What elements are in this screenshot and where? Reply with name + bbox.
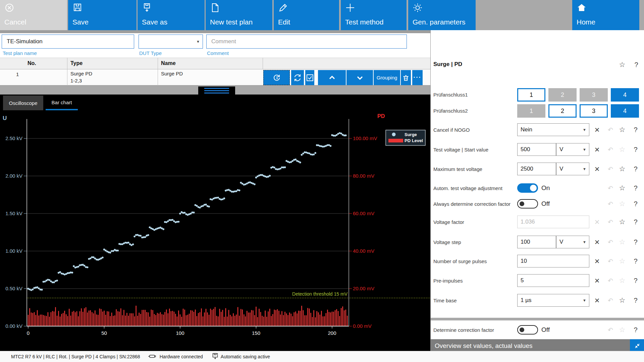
- param-label: Voltage step: [433, 236, 461, 248]
- undo-icon[interactable]: ↶: [605, 218, 615, 226]
- clear-icon[interactable]: ×: [592, 276, 602, 285]
- undo-icon[interactable]: ↶: [605, 184, 615, 192]
- toolbar-button-home[interactable]: Home: [572, 0, 639, 30]
- toolbar-button-label: Save as: [142, 18, 167, 26]
- undo-icon[interactable]: ↶: [605, 257, 615, 265]
- chevron-down-icon: ▼: [583, 240, 586, 244]
- pruefanschluss2-option-1[interactable]: 1: [517, 104, 545, 118]
- favorite-star-icon[interactable]: ☆: [617, 218, 627, 226]
- help-icon[interactable]: ?: [631, 325, 641, 334]
- help-icon[interactable]: ?: [631, 238, 641, 246]
- toolbar-button-new-test-plan[interactable]: New test plan: [206, 0, 272, 30]
- voltage-factor-input[interactable]: 1.036: [517, 216, 589, 228]
- action-more-button[interactable]: ···: [412, 70, 423, 85]
- undo-icon[interactable]: ↶: [605, 296, 615, 305]
- action-checkbox-button[interactable]: [305, 70, 314, 85]
- toolbar-button-gen-parameters[interactable]: Gen. parameters: [408, 0, 476, 30]
- help-icon[interactable]: ?: [631, 218, 641, 226]
- help-icon[interactable]: ?: [631, 165, 641, 173]
- clear-icon[interactable]: ×: [592, 125, 602, 134]
- voltage-step-input[interactable]: 100: [517, 236, 556, 248]
- action-repeat-once-button[interactable]: 1: [263, 70, 290, 85]
- test-voltage-start-input[interactable]: 500: [517, 143, 556, 156]
- favorite-star-icon[interactable]: ☆: [617, 257, 627, 265]
- undo-icon[interactable]: ↶: [605, 145, 615, 154]
- toolbar-button-save-as[interactable]: Save as: [138, 0, 205, 30]
- pruefanschluss1-option-1[interactable]: 1: [517, 88, 545, 102]
- floppy-down-icon: [142, 3, 152, 13]
- favorite-star-icon[interactable]: ☆: [617, 276, 627, 285]
- number-of-surge-pulses-input[interactable]: 10: [517, 255, 589, 267]
- favorite-star-icon[interactable]: ☆: [617, 325, 627, 334]
- pruefanschluss1-option-4[interactable]: 4: [611, 88, 639, 102]
- undo-icon[interactable]: ↶: [605, 276, 615, 285]
- favorite-star-icon[interactable]: ☆: [617, 184, 627, 192]
- collapse-icon[interactable]: [630, 339, 644, 353]
- help-icon[interactable]: ?: [631, 145, 641, 154]
- clear-icon[interactable]: ×: [592, 218, 602, 226]
- toolbar-button-cancel[interactable]: Cancel: [0, 0, 67, 30]
- favorite-star-icon[interactable]: ☆: [617, 145, 627, 154]
- favorite-star-icon[interactable]: ☆: [617, 199, 627, 208]
- voltage-step-unit-select[interactable]: V▼: [556, 236, 589, 248]
- pre-impulses-input[interactable]: 5: [517, 274, 589, 287]
- pruefanschluss1-option-2[interactable]: 2: [548, 88, 577, 102]
- maximum-test-voltage-unit-select[interactable]: V▼: [556, 163, 589, 175]
- cancel-if-nogo-select[interactable]: Nein▼: [517, 123, 589, 136]
- dut-type-select[interactable]: ▼: [139, 35, 203, 49]
- action-sync-button[interactable]: [291, 70, 304, 85]
- help-icon[interactable]: ?: [631, 257, 641, 265]
- action-delete-button[interactable]: [401, 70, 411, 85]
- comment-field[interactable]: [206, 35, 407, 49]
- pruefanschluss2-option-4[interactable]: 4: [611, 104, 639, 118]
- pruefanschluss2-option-2[interactable]: 2: [548, 104, 577, 118]
- pruefanschluss1-option-3[interactable]: 3: [580, 88, 608, 102]
- clear-icon[interactable]: ×: [592, 257, 602, 265]
- favorite-star-icon[interactable]: ☆: [617, 296, 627, 305]
- undo-icon[interactable]: ↶: [605, 199, 615, 208]
- time-base-select[interactable]: 1 µs▼: [517, 294, 589, 307]
- favorite-star-icon[interactable]: ☆: [617, 165, 627, 173]
- tab-bar-chart[interactable]: Bar chart: [46, 96, 78, 110]
- toolbar-button-test-method[interactable]: Test method: [341, 0, 407, 30]
- pruefanschluss2-option-3[interactable]: 3: [580, 104, 608, 118]
- autom-test-voltage-adjustment-toggle[interactable]: [517, 183, 538, 193]
- help-icon[interactable]: ?: [631, 296, 641, 305]
- favorite-star-icon[interactable]: ☆: [617, 125, 627, 134]
- undo-icon[interactable]: ↶: [605, 165, 615, 173]
- test-plan-name-field[interactable]: [2, 35, 134, 49]
- toolbar-button-save[interactable]: Save: [68, 0, 137, 30]
- chevron-up-icon: [328, 74, 336, 82]
- help-icon[interactable]: ?: [631, 60, 641, 69]
- toolbar-button-edit[interactable]: Edit: [274, 0, 339, 30]
- favorite-star-icon[interactable]: ☆: [617, 60, 627, 69]
- help-icon[interactable]: ?: [631, 184, 641, 192]
- action-grouping-button[interactable]: Grouping: [374, 70, 400, 85]
- clear-icon[interactable]: ×: [592, 238, 602, 246]
- toolbar-button-label: Gen. parameters: [413, 18, 466, 26]
- row-no: 1: [16, 71, 19, 77]
- maximum-test-voltage-input[interactable]: 2500: [517, 163, 556, 175]
- splitter-drag-handle-icon[interactable]: [198, 86, 235, 95]
- action-move-down-button[interactable]: [346, 70, 373, 85]
- determine-correction-factor-toggle[interactable]: [517, 325, 538, 335]
- action-move-up-button[interactable]: [318, 70, 346, 85]
- undo-icon[interactable]: ↶: [605, 125, 615, 134]
- comment-input[interactable]: [211, 38, 402, 45]
- undo-icon[interactable]: ↶: [605, 238, 615, 246]
- svg-text:80.00 mV: 80.00 mV: [353, 173, 374, 179]
- help-icon[interactable]: ?: [631, 276, 641, 285]
- undo-icon[interactable]: ↶: [605, 325, 615, 334]
- row-type: Surge PD: [70, 71, 92, 76]
- test-voltage-start-unit-select[interactable]: V▼: [556, 143, 589, 156]
- clear-icon[interactable]: ×: [592, 296, 602, 305]
- param-label: Maximum test voltage: [433, 163, 482, 175]
- help-icon[interactable]: ?: [631, 125, 641, 134]
- always-determine-correction-factor-toggle[interactable]: [517, 199, 538, 208]
- favorite-star-icon[interactable]: ☆: [617, 238, 627, 246]
- tab-oscilloscope[interactable]: Oscilloscope: [3, 96, 43, 110]
- test-plan-name-input[interactable]: [6, 38, 130, 45]
- help-icon[interactable]: ?: [631, 199, 641, 208]
- clear-icon[interactable]: ×: [592, 145, 602, 154]
- clear-icon[interactable]: ×: [592, 165, 602, 173]
